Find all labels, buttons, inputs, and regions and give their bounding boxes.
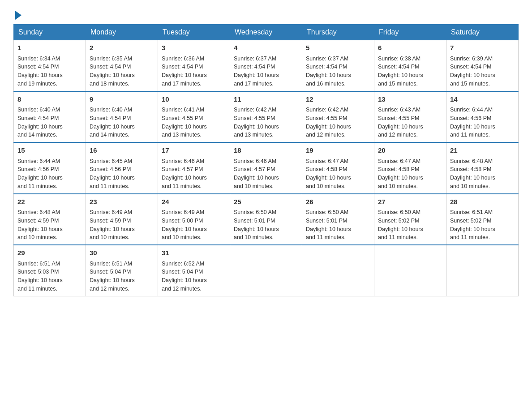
- day-number: 5: [306, 43, 370, 53]
- day-number: 2: [90, 43, 154, 53]
- calendar-cell: 3Sunrise: 6:36 AMSunset: 4:54 PMDaylight…: [158, 40, 230, 91]
- calendar-cell: 2Sunrise: 6:35 AMSunset: 4:54 PMDaylight…: [86, 40, 158, 91]
- day-number: 9: [90, 94, 154, 105]
- logo-arrow-icon: [15, 11, 21, 20]
- day-info: Sunrise: 6:36 AMSunset: 4:54 PMDaylight:…: [162, 55, 226, 88]
- calendar-cell: 27Sunrise: 6:50 AMSunset: 5:02 PMDayligh…: [374, 194, 446, 245]
- day-number: 26: [306, 197, 370, 207]
- weekday-header-friday: Friday: [374, 25, 446, 40]
- day-info: Sunrise: 6:39 AMSunset: 4:54 PMDaylight:…: [450, 55, 515, 88]
- day-number: 12: [306, 94, 370, 105]
- day-info: Sunrise: 6:48 AMSunset: 4:58 PMDaylight:…: [450, 157, 515, 191]
- day-number: 25: [234, 197, 298, 207]
- day-info: Sunrise: 6:48 AMSunset: 4:59 PMDaylight:…: [17, 208, 82, 242]
- day-number: 15: [17, 146, 82, 156]
- day-info: Sunrise: 6:42 AMSunset: 4:55 PMDaylight:…: [234, 106, 298, 139]
- day-info: Sunrise: 6:47 AMSunset: 4:58 PMDaylight:…: [306, 157, 370, 191]
- day-number: 30: [90, 248, 154, 258]
- day-info: Sunrise: 6:50 AMSunset: 5:02 PMDaylight:…: [378, 208, 442, 242]
- day-info: Sunrise: 6:35 AMSunset: 4:54 PMDaylight:…: [90, 55, 154, 88]
- day-number: 24: [162, 197, 226, 207]
- calendar-cell: 24Sunrise: 6:49 AMSunset: 5:00 PMDayligh…: [158, 194, 230, 245]
- weekday-header-sunday: Sunday: [14, 25, 86, 40]
- day-number: 4: [234, 43, 298, 53]
- calendar-cell: 20Sunrise: 6:47 AMSunset: 4:58 PMDayligh…: [374, 142, 446, 194]
- calendar-cell: 29Sunrise: 6:51 AMSunset: 5:03 PMDayligh…: [14, 245, 86, 296]
- day-info: Sunrise: 6:46 AMSunset: 4:57 PMDaylight:…: [234, 157, 298, 191]
- day-info: Sunrise: 6:47 AMSunset: 4:58 PMDaylight:…: [378, 157, 442, 191]
- calendar-cell: 12Sunrise: 6:42 AMSunset: 4:55 PMDayligh…: [302, 91, 374, 143]
- calendar-cell: 23Sunrise: 6:49 AMSunset: 4:59 PMDayligh…: [86, 194, 158, 245]
- weekday-header-saturday: Saturday: [446, 25, 519, 40]
- day-number: 13: [378, 94, 442, 105]
- day-number: 8: [17, 94, 82, 105]
- calendar-cell: 30Sunrise: 6:51 AMSunset: 5:04 PMDayligh…: [86, 245, 158, 296]
- calendar-cell: 1Sunrise: 6:34 AMSunset: 4:54 PMDaylight…: [14, 40, 86, 91]
- day-number: 19: [306, 146, 370, 156]
- week-row-1: 1Sunrise: 6:34 AMSunset: 4:54 PMDaylight…: [14, 40, 519, 91]
- day-number: 28: [450, 197, 515, 207]
- calendar-cell: 5Sunrise: 6:37 AMSunset: 4:54 PMDaylight…: [302, 40, 374, 91]
- day-info: Sunrise: 6:40 AMSunset: 4:54 PMDaylight:…: [17, 106, 82, 139]
- calendar-cell: 28Sunrise: 6:51 AMSunset: 5:02 PMDayligh…: [446, 194, 519, 245]
- calendar-cell: 16Sunrise: 6:45 AMSunset: 4:56 PMDayligh…: [86, 142, 158, 194]
- day-number: 11: [234, 94, 298, 105]
- calendar-cell: 8Sunrise: 6:40 AMSunset: 4:54 PMDaylight…: [14, 91, 86, 143]
- day-number: 21: [450, 146, 515, 156]
- calendar-cell: 19Sunrise: 6:47 AMSunset: 4:58 PMDayligh…: [302, 142, 374, 194]
- calendar-cell: 25Sunrise: 6:50 AMSunset: 5:01 PMDayligh…: [230, 194, 302, 245]
- calendar-cell: 10Sunrise: 6:41 AMSunset: 4:55 PMDayligh…: [158, 91, 230, 143]
- day-info: Sunrise: 6:37 AMSunset: 4:54 PMDaylight:…: [234, 55, 298, 88]
- calendar-cell: 11Sunrise: 6:42 AMSunset: 4:55 PMDayligh…: [230, 91, 302, 143]
- week-row-2: 8Sunrise: 6:40 AMSunset: 4:54 PMDaylight…: [14, 91, 519, 143]
- day-info: Sunrise: 6:34 AMSunset: 4:54 PMDaylight:…: [17, 55, 82, 88]
- weekday-header-monday: Monday: [86, 25, 158, 40]
- header-area: [13, 9, 519, 20]
- day-info: Sunrise: 6:45 AMSunset: 4:56 PMDaylight:…: [90, 157, 154, 191]
- logo-top: [13, 9, 21, 20]
- day-info: Sunrise: 6:44 AMSunset: 4:56 PMDaylight:…: [450, 106, 515, 139]
- day-info: Sunrise: 6:50 AMSunset: 5:01 PMDaylight:…: [306, 208, 370, 242]
- calendar-cell: 17Sunrise: 6:46 AMSunset: 4:57 PMDayligh…: [158, 142, 230, 194]
- day-number: 17: [162, 146, 226, 156]
- day-info: Sunrise: 6:44 AMSunset: 4:56 PMDaylight:…: [17, 157, 82, 191]
- day-number: 27: [378, 197, 442, 207]
- day-number: 18: [234, 146, 298, 156]
- week-row-4: 22Sunrise: 6:48 AMSunset: 4:59 PMDayligh…: [14, 194, 519, 245]
- calendar-cell: 4Sunrise: 6:37 AMSunset: 4:54 PMDaylight…: [230, 40, 302, 91]
- logo: [13, 9, 21, 20]
- calendar-cell: 9Sunrise: 6:40 AMSunset: 4:54 PMDaylight…: [86, 91, 158, 143]
- weekday-header-thursday: Thursday: [302, 25, 374, 40]
- day-number: 7: [450, 43, 515, 53]
- day-info: Sunrise: 6:49 AMSunset: 4:59 PMDaylight:…: [90, 208, 154, 242]
- day-number: 16: [90, 146, 154, 156]
- day-number: 1: [17, 43, 82, 53]
- day-number: 29: [17, 248, 82, 258]
- calendar-cell: [302, 245, 374, 296]
- weekday-header-wednesday: Wednesday: [230, 25, 302, 40]
- calendar-cell: [374, 245, 446, 296]
- calendar-cell: 21Sunrise: 6:48 AMSunset: 4:58 PMDayligh…: [446, 142, 519, 194]
- day-info: Sunrise: 6:46 AMSunset: 4:57 PMDaylight:…: [162, 157, 226, 191]
- calendar-cell: 14Sunrise: 6:44 AMSunset: 4:56 PMDayligh…: [446, 91, 519, 143]
- day-number: 14: [450, 94, 515, 105]
- calendar-cell: 26Sunrise: 6:50 AMSunset: 5:01 PMDayligh…: [302, 194, 374, 245]
- day-info: Sunrise: 6:41 AMSunset: 4:55 PMDaylight:…: [162, 106, 226, 139]
- day-info: Sunrise: 6:52 AMSunset: 5:04 PMDaylight:…: [162, 260, 226, 293]
- day-number: 20: [378, 146, 442, 156]
- week-row-5: 29Sunrise: 6:51 AMSunset: 5:03 PMDayligh…: [14, 245, 519, 296]
- calendar-cell: [446, 245, 519, 296]
- day-info: Sunrise: 6:43 AMSunset: 4:55 PMDaylight:…: [378, 106, 442, 139]
- weekday-header-tuesday: Tuesday: [158, 25, 230, 40]
- day-info: Sunrise: 6:50 AMSunset: 5:01 PMDaylight:…: [234, 208, 298, 242]
- calendar-cell: 18Sunrise: 6:46 AMSunset: 4:57 PMDayligh…: [230, 142, 302, 194]
- day-info: Sunrise: 6:51 AMSunset: 5:03 PMDaylight:…: [17, 260, 82, 293]
- calendar-cell: 6Sunrise: 6:38 AMSunset: 4:54 PMDaylight…: [374, 40, 446, 91]
- day-info: Sunrise: 6:51 AMSunset: 5:04 PMDaylight:…: [90, 260, 154, 293]
- day-number: 31: [162, 248, 226, 258]
- day-number: 3: [162, 43, 226, 53]
- day-info: Sunrise: 6:49 AMSunset: 5:00 PMDaylight:…: [162, 208, 226, 242]
- day-number: 23: [90, 197, 154, 207]
- calendar-cell: 15Sunrise: 6:44 AMSunset: 4:56 PMDayligh…: [14, 142, 86, 194]
- weekday-header-row: SundayMondayTuesdayWednesdayThursdayFrid…: [14, 25, 519, 40]
